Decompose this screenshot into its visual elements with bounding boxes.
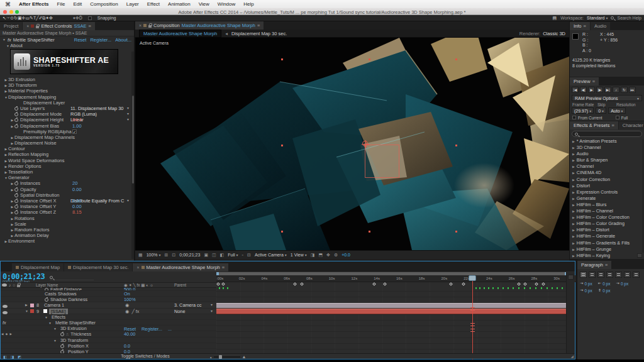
twirl-arrow-icon[interactable]: ▶: [572, 209, 575, 213]
effect-category-row[interactable]: ▶Expression Controls: [572, 189, 644, 195]
effect-property-row[interactable]: ▶Displacement Bias 1.00: [0, 123, 131, 129]
parent-dropdown[interactable]: 3. Camera cc: [174, 302, 213, 308]
effect-property-row[interactable]: ▶Material Properties: [0, 88, 131, 94]
stopwatch-icon[interactable]: [60, 332, 64, 336]
layer-name[interactable]: [SSAE]: [49, 309, 68, 314]
timeline-button-icon[interactable]: ✥: [326, 253, 330, 258]
ruler-tick-label[interactable]: 16s: [396, 275, 419, 282]
effect-property-row[interactable]: Displacement Layer 11. Displacement Map …: [0, 100, 131, 106]
indent-field[interactable]: ⇥0 px: [616, 281, 629, 286]
transport-button[interactable]: ▶: [588, 87, 595, 93]
effect-property-row[interactable]: ▼Displacement Mapping: [0, 94, 131, 100]
lock-icon[interactable]: [148, 25, 152, 28]
effect-category-row[interactable]: ▶HitFilm – Blurs: [572, 202, 644, 208]
layer-handle-dot[interactable]: [455, 145, 457, 146]
twirl-arrow-icon[interactable]: ▶: [572, 248, 575, 251]
close-tab-icon[interactable]: ×: [139, 23, 142, 28]
twirl-arrow-icon[interactable]: ▶: [572, 216, 575, 219]
effect-category-row[interactable]: ▶CINEMA 4D: [572, 170, 644, 176]
effect-property-row[interactable]: ▶Animation Delay: [0, 233, 131, 238]
property-checkbox[interactable]: ✓: [72, 129, 77, 134]
frame-rate-dropdown[interactable]: (29.97): [572, 107, 594, 114]
twirl-arrow-icon[interactable]: ▶: [572, 178, 575, 182]
stopwatch-icon[interactable]: [14, 107, 18, 111]
timeline-property-row[interactable]: fx ▼Mettle ShapeShifter Reset Register..…: [1, 320, 216, 326]
camera-dropdown[interactable]: Active Camera: [255, 253, 287, 257]
align-button[interactable]: [606, 272, 613, 278]
property-value[interactable]: 64.4: [72, 117, 82, 123]
effect-category-row[interactable]: ▶Generate: [572, 195, 644, 202]
property-value[interactable]: 20: [72, 180, 77, 186]
roi-icon[interactable]: ⊡: [172, 253, 175, 258]
parent-dropdown[interactable]: None: [174, 309, 213, 314]
ssae-layer-bar[interactable]: [216, 309, 567, 314]
skip-dropdown[interactable]: 0: [596, 107, 606, 114]
transport-button[interactable]: |▶: [596, 87, 603, 93]
snapping-checkbox[interactable]: [88, 16, 92, 20]
property-value[interactable]: 40.00: [124, 331, 135, 337]
twirl-arrow-icon[interactable]: ▶: [25, 302, 28, 308]
effect-property-row[interactable]: ▶Instances 20: [0, 180, 131, 186]
timeline-property-row[interactable]: ◀ ◆ ▶ ⎍Thickness 40.00: [1, 331, 216, 337]
twirl-arrow-icon[interactable]: ▶: [572, 190, 575, 194]
effect-property-row[interactable]: ▶Tessellation: [0, 169, 131, 175]
menu-file[interactable]: File: [57, 1, 65, 7]
panel-grip-icon[interactable]: [637, 253, 642, 258]
scrollbar[interactable]: [131, 52, 134, 259]
effect-category-row[interactable]: ▶HitFilm – Distort: [572, 227, 644, 233]
layer-handle-dot[interactable]: [281, 145, 283, 146]
effect-category-row[interactable]: ▶Audio: [572, 151, 644, 157]
menu-composition[interactable]: Composition: [90, 1, 118, 7]
ruler-tick-label[interactable]: 14s: [374, 275, 396, 282]
property-value[interactable]: 1.00: [72, 123, 82, 129]
timeline-zoom-control[interactable]: ▴ ▲: [210, 354, 246, 359]
transport-button[interactable]: ▸▸: [629, 87, 636, 93]
align-button[interactable]: [589, 272, 596, 278]
property-value[interactable]: 0.00: [72, 204, 82, 209]
effect-category-row[interactable]: ▶3D Channel: [572, 145, 644, 151]
menu-effect[interactable]: Effect: [147, 1, 160, 7]
effect-property-row[interactable]: Use Layer's RGB (Luma): [0, 106, 131, 111]
effect-category-row[interactable]: ▶HitFilm – Channel: [572, 208, 644, 214]
tab-preview[interactable]: Preview: [570, 77, 599, 85]
axis-mode-icon[interactable]: ◎: [79, 16, 82, 20]
pixel-aspect-icon[interactable]: ◨: [311, 253, 315, 258]
label-color-chip[interactable]: [30, 304, 34, 307]
ruler-tick-label[interactable]: 24s: [486, 275, 509, 282]
panel-menu-icon[interactable]: [592, 79, 595, 84]
property-value[interactable]: 0.0: [124, 349, 130, 353]
resolution-dropdown[interactable]: Full: [228, 253, 238, 257]
effect-category-row[interactable]: ▶HitFilm – Color Correction: [572, 214, 644, 221]
property-value[interactable]: 100%: [124, 297, 136, 302]
effect-property-row[interactable]: ▶3D Transform: [0, 82, 131, 88]
timeline-property-row[interactable]: ▼3D Transform: [1, 337, 216, 343]
effect-property-row[interactable]: ▶Instance Offset Y 0.00: [0, 204, 131, 209]
expand-transfer-controls-icon[interactable]: ◨: [11, 354, 14, 359]
align-button[interactable]: [624, 272, 631, 278]
effect-property-row[interactable]: ▶Random Factors: [0, 227, 131, 233]
align-button[interactable]: [615, 272, 622, 278]
effect-property-row[interactable]: ▶Instance Offset X 0.00: [0, 198, 131, 204]
effect-property-row[interactable]: ▶Displacement Noise: [0, 140, 131, 146]
parent-header[interactable]: Parent: [174, 283, 186, 287]
transparency-grid-icon[interactable]: ⊟: [247, 253, 251, 258]
property-value[interactable]: 0.0: [124, 343, 130, 349]
stopwatch-icon[interactable]: [14, 205, 18, 209]
register-link[interactable]: Register...: [90, 37, 111, 43]
stopwatch-icon[interactable]: [14, 211, 18, 214]
view-layout-dropdown[interactable]: 1 View: [291, 253, 307, 257]
crumb-active-comp[interactable]: Master Audioreactive Shape Morph: [139, 30, 221, 38]
twirl-arrow-icon[interactable]: ▶: [572, 184, 575, 188]
twirl-arrow-icon[interactable]: ▶: [572, 254, 575, 258]
indent-field[interactable]: ⇥0 px: [580, 281, 592, 286]
twirl-arrow-icon[interactable]: ▶: [572, 203, 575, 207]
exposure-value[interactable]: +0.0: [341, 253, 350, 257]
stopwatch-icon[interactable]: [14, 188, 18, 192]
search-help-input[interactable]: Search Help: [617, 16, 641, 20]
layer-handle-dot[interactable]: [455, 231, 457, 233]
camera-layer-bar[interactable]: [216, 303, 567, 308]
flowchart-icon[interactable]: ⚙: [334, 253, 338, 258]
toggle-switches-modes-button[interactable]: Toggle Switches / Modes: [101, 354, 189, 359]
tab-character[interactable]: Character: [619, 121, 644, 129]
timeline-property-row[interactable]: Shadow Darkness 100%: [1, 297, 216, 302]
